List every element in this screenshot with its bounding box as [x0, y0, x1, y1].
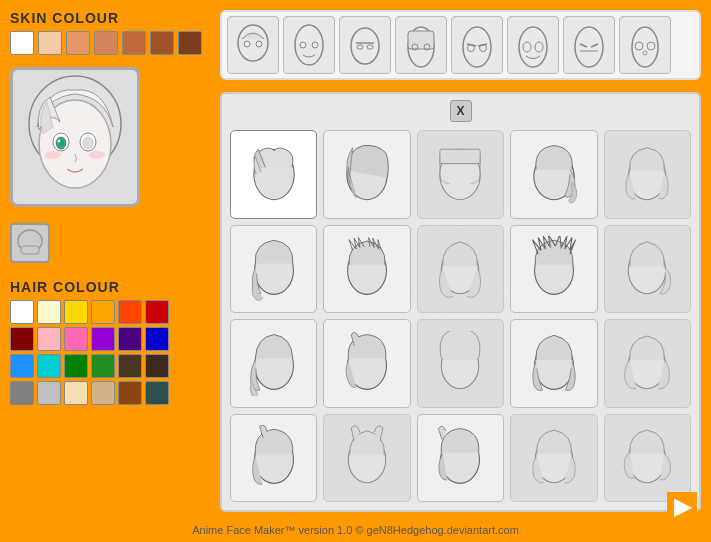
hair-swatch-14[interactable] — [64, 354, 88, 378]
face-thumb-6[interactable] — [563, 16, 615, 74]
hair-swatch-2[interactable] — [64, 300, 88, 324]
hair-style-14[interactable] — [604, 319, 691, 408]
hair-swatch-17[interactable] — [145, 354, 169, 378]
hair-style-17[interactable] — [417, 414, 504, 503]
hair-swatch-8[interactable] — [64, 327, 88, 351]
hair-swatch-19[interactable] — [37, 381, 61, 405]
skin-colour-label: SKIN COLOUR — [10, 10, 215, 26]
hair-swatch-23[interactable] — [145, 381, 169, 405]
footer-text: Anime Face Maker™ version 1.0 © geN8Hedg… — [192, 524, 519, 536]
hair-swatch-15[interactable] — [91, 354, 115, 378]
hair-style-6[interactable] — [323, 225, 410, 314]
hair-colour-section: HAIR COLOUR — [10, 279, 215, 405]
face-thumb-4[interactable] — [451, 16, 503, 74]
hair-swatch-9[interactable] — [91, 327, 115, 351]
hair-style-1[interactable] — [323, 130, 410, 219]
hair-swatch-4[interactable] — [118, 300, 142, 324]
face-thumb-3[interactable] — [395, 16, 447, 74]
skin-swatch-0[interactable] — [10, 31, 34, 55]
svg-point-12 — [238, 25, 268, 61]
skin-swatch-3[interactable] — [94, 31, 118, 55]
skin-swatch-2[interactable] — [66, 31, 90, 55]
face-thumb-5[interactable] — [507, 16, 559, 74]
hair-style-9[interactable] — [604, 225, 691, 314]
current-hair-swatch[interactable] — [10, 223, 50, 263]
hair-style-4[interactable] — [604, 130, 691, 219]
hair-swatch-10[interactable] — [118, 327, 142, 351]
svg-point-9 — [89, 151, 105, 159]
skin-swatch-5[interactable] — [150, 31, 174, 55]
skin-swatch-1[interactable] — [38, 31, 62, 55]
hair-swatch-21[interactable] — [91, 381, 115, 405]
close-button[interactable]: X — [450, 100, 472, 122]
hair-swatch-6[interactable] — [10, 327, 34, 351]
hair-swatch-3[interactable] — [91, 300, 115, 324]
next-arrow-label: ▶ — [674, 494, 691, 520]
skin-swatch-6[interactable] — [178, 31, 202, 55]
hair-style-3[interactable] — [510, 130, 597, 219]
skin-colour-section: SKIN COLOUR — [10, 10, 215, 55]
hair-grid-panel: X — [220, 92, 701, 512]
left-panel: SKIN COLOUR — [10, 10, 215, 405]
hair-style-7[interactable] — [417, 225, 504, 314]
close-label: X — [456, 104, 464, 118]
hair-style-15[interactable] — [230, 414, 317, 503]
svg-rect-11 — [21, 246, 39, 254]
svg-point-8 — [45, 151, 61, 159]
app-container: SKIN COLOUR — [0, 0, 711, 542]
face-preview-svg — [15, 72, 135, 202]
hair-swatch-16[interactable] — [118, 354, 142, 378]
svg-point-39 — [632, 27, 658, 67]
svg-rect-46 — [440, 149, 480, 163]
hair-swatch-7[interactable] — [37, 327, 61, 351]
skin-colour-swatches — [10, 31, 215, 55]
hair-swatch-20[interactable] — [64, 381, 88, 405]
hair-style-10[interactable] — [230, 319, 317, 408]
svg-point-15 — [295, 25, 323, 65]
hair-swatch-icon — [15, 228, 45, 258]
hair-style-16[interactable] — [323, 414, 410, 503]
hair-style-13[interactable] — [510, 319, 597, 408]
next-arrow-button[interactable]: ▶ — [667, 492, 697, 522]
hair-style-0[interactable] — [230, 130, 317, 219]
hair-style-19[interactable] — [604, 414, 691, 503]
hair-swatch-5[interactable] — [145, 300, 169, 324]
hair-style-grid — [230, 102, 691, 502]
hair-style-18[interactable] — [510, 414, 597, 503]
hair-style-8[interactable] — [510, 225, 597, 314]
hair-style-11[interactable] — [323, 319, 410, 408]
hair-swatch-18[interactable] — [10, 381, 34, 405]
skin-swatch-4[interactable] — [122, 31, 146, 55]
footer: Anime Face Maker™ version 1.0 © geN8Hedg… — [0, 524, 711, 536]
face-thumb-7[interactable] — [619, 16, 671, 74]
hair-swatch-22[interactable] — [118, 381, 142, 405]
hair-style-2[interactable] — [417, 130, 504, 219]
hair-swatch-13[interactable] — [37, 354, 61, 378]
face-thumb-2[interactable] — [339, 16, 391, 74]
hair-style-12[interactable] — [417, 319, 504, 408]
hair-swatch-11[interactable] — [145, 327, 169, 351]
face-thumb-1[interactable] — [283, 16, 335, 74]
hair-style-5[interactable] — [230, 225, 317, 314]
hair-colour-label: HAIR COLOUR — [10, 279, 215, 295]
svg-point-7 — [83, 137, 93, 149]
svg-point-5 — [58, 140, 61, 143]
hair-swatch-0[interactable] — [10, 300, 34, 324]
hair-swatch-1[interactable] — [37, 300, 61, 324]
hair-swatch-12[interactable] — [10, 354, 34, 378]
face-preview — [10, 67, 140, 207]
hair-colour-swatches — [10, 300, 215, 405]
svg-point-18 — [351, 28, 379, 64]
face-type-strip — [220, 10, 701, 80]
face-thumb-0[interactable] — [227, 16, 279, 74]
svg-point-35 — [575, 27, 603, 67]
